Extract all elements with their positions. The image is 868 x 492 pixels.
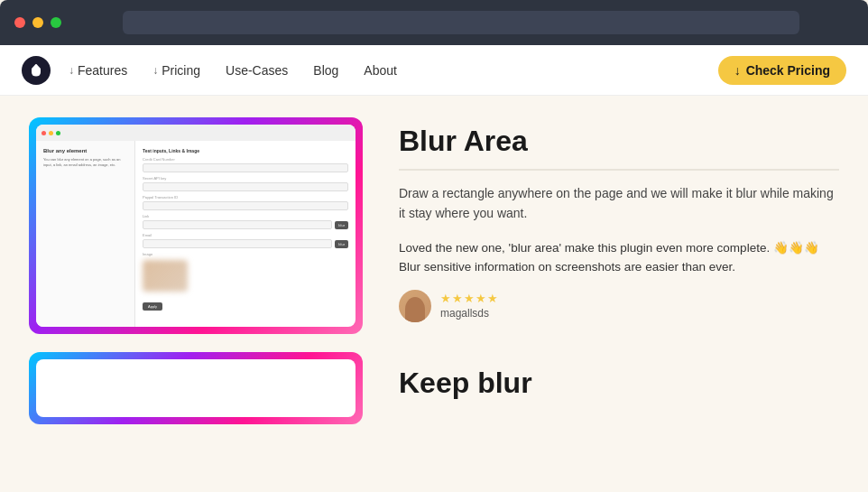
- mock-main-title: Test inputs, Links & Image: [143, 148, 348, 153]
- browser-content: ↓ Features ↓ Pricing Use-Cases Blog Abou…: [0, 45, 868, 492]
- mock-sidebar: Blur any element You can blur any elemen…: [36, 141, 135, 327]
- nav-item-about[interactable]: About: [364, 63, 397, 78]
- feature-quote-1: Loved the new one, 'blur area' make this…: [399, 238, 839, 277]
- close-dot[interactable]: [14, 17, 25, 28]
- mock-minimize-dot: [49, 131, 53, 135]
- feature-image-2: [29, 352, 363, 424]
- mock-close-dot: [42, 131, 46, 135]
- mock-field2: [143, 182, 348, 191]
- logo[interactable]: [22, 56, 51, 85]
- cta-label: Check Pricing: [746, 63, 830, 78]
- mock-field4: [143, 220, 332, 229]
- nav-links: ↓ Features ↓ Pricing Use-Cases Blog Abou…: [69, 63, 718, 78]
- cta-icon: ↓: [734, 63, 741, 78]
- main-content: Blur any element You can blur any elemen…: [0, 96, 868, 492]
- mock-field6-label: Image: [143, 252, 348, 256]
- arrow-down-icon: ↓: [152, 64, 158, 77]
- minimize-dot[interactable]: [32, 17, 43, 28]
- mock-btn1: blur: [335, 221, 348, 229]
- feature-text-1: Blur Area Draw a rectangle anywhere on t…: [399, 117, 839, 322]
- feature-divider-1: [399, 169, 839, 171]
- mock-field3: [143, 201, 348, 210]
- mock-sidebar-desc: You can blur any element on a page, such…: [43, 157, 127, 167]
- avatar-figure: [405, 297, 425, 322]
- mock-content: Blur any element You can blur any elemen…: [36, 141, 356, 327]
- feature-title-1: Blur Area: [399, 125, 839, 158]
- nav-label-pricing: Pricing: [162, 63, 200, 78]
- mock-btn2: blur: [335, 240, 348, 248]
- mock-blur-area: [143, 260, 188, 292]
- review-row-1: ★★★★★ magallsds: [399, 290, 839, 322]
- feature-row-1: Blur any element You can blur any elemen…: [29, 117, 839, 334]
- mock-maximize-dot: [56, 131, 60, 135]
- keep-blur-title: Keep blur: [399, 352, 532, 400]
- mock-main-area: Test inputs, Links & Image Credit Card N…: [135, 141, 356, 327]
- feature-row-2: Keep blur: [29, 352, 839, 424]
- mock-field4-label: Link: [143, 214, 348, 218]
- reviewer-name-1: magallsds: [440, 307, 499, 320]
- mock-field1-label: Credit Card Number: [143, 157, 348, 162]
- nav-item-blog[interactable]: Blog: [313, 63, 338, 78]
- stars-1: ★★★★★: [440, 292, 499, 305]
- mock-field5: [143, 239, 332, 248]
- browser-chrome: [0, 0, 868, 45]
- nav-label-use-cases: Use-Cases: [226, 63, 288, 78]
- feature-image-1: Blur any element You can blur any elemen…: [29, 117, 363, 334]
- mock-sidebar-title: Blur any element: [43, 148, 127, 153]
- nav-item-pricing[interactable]: ↓ Pricing: [152, 63, 200, 78]
- address-bar[interactable]: [123, 11, 799, 34]
- feature-image-2-inner: [36, 359, 356, 417]
- nav-item-features[interactable]: ↓ Features: [69, 63, 127, 78]
- mock-field5-label: Email: [143, 233, 348, 237]
- mock-field4-row: blur: [143, 220, 348, 229]
- feature-image-inner: Blur any element You can blur any elemen…: [36, 125, 356, 327]
- nav-item-use-cases[interactable]: Use-Cases: [226, 63, 288, 78]
- review-info-1: ★★★★★ magallsds: [440, 292, 499, 320]
- nav-label-about: About: [364, 63, 397, 78]
- mock-field2-label: Secret API key: [143, 176, 348, 181]
- mock-field3-label: Paypal Transaction ID: [143, 195, 348, 200]
- feature-text-2: Keep blur: [399, 352, 532, 400]
- mock-browser-bar: [36, 125, 356, 141]
- nav-label-features: Features: [78, 63, 127, 78]
- navbar: ↓ Features ↓ Pricing Use-Cases Blog Abou…: [0, 45, 868, 96]
- maximize-dot[interactable]: [51, 17, 61, 28]
- mock-field5-row: blur: [143, 239, 348, 248]
- nav-label-blog: Blog: [313, 63, 338, 78]
- avatar-1: [399, 290, 431, 322]
- logo-icon: [32, 64, 41, 77]
- check-pricing-button[interactable]: ↓ Check Pricing: [718, 56, 846, 85]
- arrow-down-icon: ↓: [69, 64, 74, 77]
- feature-desc-1: Draw a rectangle anywhere on the page an…: [399, 183, 839, 224]
- mock-field1: [143, 163, 348, 172]
- mock-apply-btn: Apply: [143, 302, 162, 311]
